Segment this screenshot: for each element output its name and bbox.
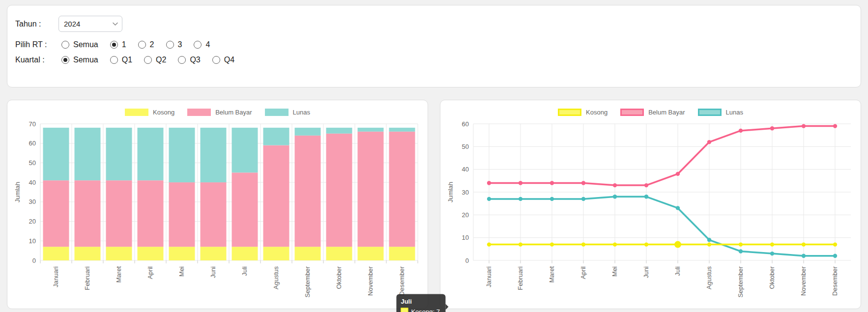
kuartal-radio-q2[interactable] bbox=[144, 56, 152, 64]
bar-segment-belum-bayar bbox=[75, 180, 101, 247]
stacked-bar-chart[interactable]: 010203040506070JumlahJanuariFebruariMare… bbox=[12, 118, 423, 305]
svg-text:September: September bbox=[737, 266, 744, 297]
bar-segment-belum-bayar bbox=[232, 172, 258, 247]
bar-segment-kosong bbox=[106, 247, 132, 260]
kuartal-option-q1[interactable]: Q1 bbox=[110, 56, 132, 64]
point-belum-bayar bbox=[770, 126, 774, 130]
kuartal-option-q3[interactable]: Q3 bbox=[178, 56, 200, 64]
point-lunas bbox=[644, 195, 648, 199]
bar-segment-lunas bbox=[295, 128, 321, 136]
filter-panel: Tahun : 2024 Pilih RT : Semua1234 Kuarta… bbox=[7, 5, 861, 87]
bar-segment-kosong bbox=[295, 247, 321, 260]
bar-segment-kosong bbox=[43, 247, 69, 260]
svg-text:50: 50 bbox=[29, 159, 36, 167]
bar-segment-belum-bayar bbox=[201, 182, 227, 247]
bar-segment-belum-bayar bbox=[263, 145, 289, 247]
svg-text:November: November bbox=[800, 266, 807, 296]
svg-text:Maret: Maret bbox=[548, 266, 555, 283]
point-belum-bayar bbox=[581, 181, 585, 185]
point-belum-bayar bbox=[802, 124, 806, 128]
bar-segment-belum-bayar bbox=[389, 132, 415, 247]
rt-radio-3[interactable] bbox=[166, 41, 174, 49]
point-kosong bbox=[550, 242, 554, 246]
active-point-kosong bbox=[674, 241, 681, 248]
kuartal-radio-q1[interactable] bbox=[110, 56, 118, 64]
kuartal-option-q2[interactable]: Q2 bbox=[144, 56, 166, 64]
svg-text:September: September bbox=[304, 266, 311, 297]
bar-segment-kosong bbox=[201, 247, 227, 260]
point-kosong bbox=[707, 242, 711, 246]
legend-item-belum-bayar[interactable]: Belum Bayar bbox=[187, 109, 252, 116]
svg-text:Agustus: Agustus bbox=[705, 266, 713, 289]
rt-radio-semua[interactable] bbox=[61, 41, 69, 49]
kuartal-option-label: Q1 bbox=[122, 56, 132, 64]
legend-swatch-lunas bbox=[265, 109, 289, 116]
dashboard-page: Tahun : 2024 Pilih RT : Semua1234 Kuarta… bbox=[0, 0, 868, 309]
line-belum-bayar bbox=[489, 126, 835, 186]
bar-segment-kosong bbox=[138, 247, 164, 260]
legend-item-kosong[interactable]: Kosong bbox=[125, 109, 174, 116]
point-lunas bbox=[519, 197, 522, 201]
bar-segment-lunas bbox=[138, 128, 164, 180]
bar-segment-belum-bayar bbox=[326, 134, 352, 247]
point-lunas bbox=[833, 254, 837, 258]
point-lunas bbox=[676, 206, 680, 210]
legend-item-kosong[interactable]: Kosong bbox=[558, 109, 608, 116]
rt-option-label: 2 bbox=[150, 40, 154, 49]
bar-segment-lunas bbox=[201, 128, 227, 182]
point-kosong bbox=[770, 242, 774, 246]
kuartal-radio-semua[interactable] bbox=[61, 56, 69, 64]
svg-text:Desember: Desember bbox=[398, 266, 405, 296]
rt-radio-4[interactable] bbox=[194, 41, 202, 49]
rt-radio-1[interactable] bbox=[110, 41, 118, 49]
kuartal-radio-q4[interactable] bbox=[212, 56, 220, 64]
rt-option-3[interactable]: 3 bbox=[166, 40, 182, 49]
svg-text:60: 60 bbox=[29, 140, 36, 147]
bar-segment-lunas bbox=[43, 128, 69, 180]
svg-text:Mei: Mei bbox=[611, 266, 618, 277]
kuartal-row: Kuartal : SemuaQ1Q2Q3Q4 bbox=[15, 56, 853, 64]
point-kosong bbox=[802, 242, 806, 246]
rt-option-semua[interactable]: Semua bbox=[61, 40, 98, 49]
rt-option-label: 3 bbox=[178, 40, 182, 49]
kuartal-option-semua[interactable]: Semua bbox=[61, 56, 98, 64]
svg-text:Desember: Desember bbox=[831, 266, 839, 296]
kuartal-radio-group: SemuaQ1Q2Q3Q4 bbox=[61, 56, 234, 64]
svg-text:0: 0 bbox=[465, 257, 469, 264]
point-lunas bbox=[707, 238, 711, 242]
tahun-row: Tahun : 2024 bbox=[15, 16, 853, 32]
point-belum-bayar bbox=[676, 172, 680, 176]
legend-label: Belum Bayar bbox=[648, 109, 685, 116]
point-kosong bbox=[644, 242, 648, 246]
rt-option-4[interactable]: 4 bbox=[194, 40, 210, 49]
legend-swatch-kosong bbox=[125, 109, 148, 116]
svg-text:10: 10 bbox=[462, 234, 469, 241]
legend-item-belum-bayar[interactable]: Belum Bayar bbox=[620, 109, 685, 116]
svg-text:50: 50 bbox=[462, 143, 469, 150]
point-kosong bbox=[487, 242, 491, 246]
rt-option-1[interactable]: 1 bbox=[110, 40, 126, 49]
kuartal-option-q4[interactable]: Q4 bbox=[212, 56, 234, 64]
svg-text:20: 20 bbox=[462, 211, 469, 219]
svg-text:Jumlah: Jumlah bbox=[14, 182, 21, 202]
bar-segment-lunas bbox=[232, 128, 258, 172]
svg-text:Oktober: Oktober bbox=[335, 266, 343, 289]
rt-radio-2[interactable] bbox=[138, 41, 146, 49]
point-kosong bbox=[739, 242, 743, 246]
bar-segment-belum-bayar bbox=[295, 136, 321, 247]
bar-segment-lunas bbox=[389, 128, 415, 132]
svg-text:Juni: Juni bbox=[209, 266, 217, 278]
line-chart[interactable]: 0102030405060JumlahJanuariFebruariMaretA… bbox=[445, 118, 856, 305]
legend-item-lunas[interactable]: Lunas bbox=[265, 109, 310, 116]
svg-text:0: 0 bbox=[32, 257, 36, 264]
kuartal-radio-q3[interactable] bbox=[178, 56, 186, 64]
legend-item-lunas[interactable]: Lunas bbox=[698, 109, 743, 116]
point-kosong bbox=[833, 242, 837, 246]
point-lunas bbox=[487, 197, 491, 201]
tahun-select[interactable]: 2024 bbox=[58, 16, 122, 32]
svg-text:30: 30 bbox=[29, 198, 36, 205]
rt-option-2[interactable]: 2 bbox=[138, 40, 154, 49]
point-belum-bayar bbox=[739, 129, 743, 133]
bar-segment-lunas bbox=[75, 128, 101, 180]
legend-swatch-lunas bbox=[698, 109, 722, 116]
